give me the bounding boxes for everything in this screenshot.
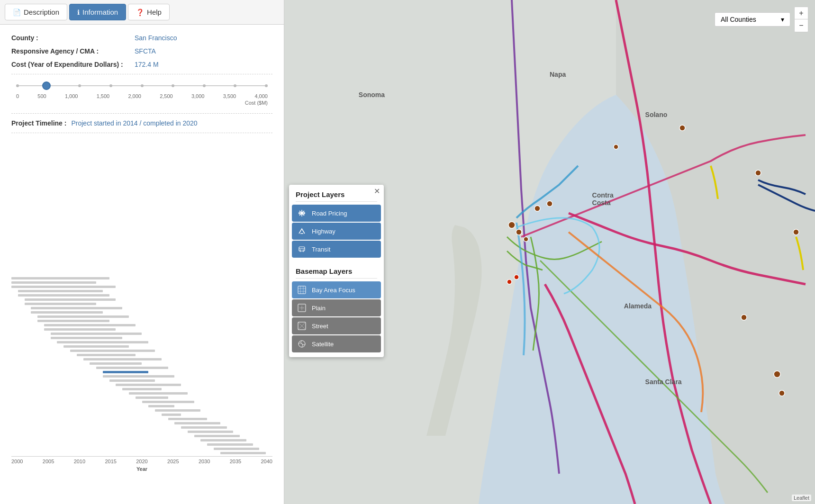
gantt-bar-row (11, 340, 272, 344)
svg-point-7 (614, 144, 618, 149)
gantt-bar-row (11, 404, 272, 408)
layer-item-road-pricing[interactable]: Road Pricing (292, 205, 381, 222)
svg-point-2 (508, 222, 515, 228)
gantt-bar-row (11, 417, 272, 421)
svg-point-4 (524, 237, 528, 242)
gantt-bar-row (11, 349, 272, 352)
svg-point-8 (679, 125, 685, 131)
street-label: Street (312, 323, 328, 330)
divider-3 (11, 133, 272, 133)
gantt-bar (136, 396, 168, 399)
gantt-bar-row (11, 323, 272, 327)
county-dropdown[interactable]: All Counties ▾ (715, 12, 790, 27)
transit-icon (297, 244, 307, 254)
map-panel: Sonoma Napa Solano Marin ContraCosta San… (284, 0, 815, 504)
gantt-bar (148, 405, 174, 407)
project-layers-divider (296, 201, 377, 202)
layer-item-satellite[interactable]: Satellite (292, 335, 381, 352)
bay-area-focus-label: Bay Area Focus (312, 287, 355, 294)
gantt-bar (129, 392, 188, 395)
timeline-label: Project Timeline : (11, 119, 66, 127)
bay-area-focus-icon (297, 285, 307, 295)
svg-point-19 (303, 250, 304, 251)
agency-row: Responsive Agency / CMA : SFCTA (11, 47, 272, 55)
gantt-bar-row (11, 276, 272, 280)
gantt-bar-row (11, 315, 272, 318)
svg-point-3 (516, 229, 522, 235)
agency-value: SFCTA (135, 47, 156, 55)
gantt-bar (103, 371, 148, 373)
gantt-bar-row (11, 306, 272, 310)
gantt-bar-row (11, 357, 272, 361)
county-label: County : (11, 34, 135, 42)
gantt-bar-row (11, 332, 272, 335)
information-icon: ℹ (77, 9, 80, 16)
gantt-bar (11, 277, 109, 279)
gantt-bar (103, 375, 175, 378)
layer-item-bay-area-focus[interactable]: Bay Area Focus (292, 281, 381, 298)
gantt-bar-row (11, 289, 272, 293)
gantt-bar (174, 422, 220, 424)
zoom-out-button[interactable]: − (795, 19, 808, 32)
svg-point-13 (779, 390, 785, 396)
gantt-bar-row (11, 280, 272, 284)
layer-item-transit[interactable]: Transit (292, 241, 381, 258)
transit-label: Transit (312, 246, 330, 253)
gantt-bar (18, 294, 109, 297)
gantt-bar-row (11, 421, 272, 425)
gantt-bar (142, 401, 194, 403)
county-row: County : San Francisco (11, 34, 272, 42)
gantt-area: 2000 2005 2010 2015 2020 2025 2030 2035 … (0, 271, 284, 504)
gantt-bar-row (11, 361, 272, 365)
satellite-icon (297, 339, 307, 349)
gantt-bar (181, 426, 226, 429)
gantt-bar (70, 350, 155, 352)
gantt-bar-row (11, 285, 272, 288)
tab-information[interactable]: ℹ Information (69, 4, 126, 20)
agency-label: Responsive Agency / CMA : (11, 47, 135, 55)
gantt-bar-row (11, 413, 272, 416)
slider-container[interactable] (16, 80, 268, 91)
gantt-bar (227, 456, 272, 457)
gantt-bar (11, 286, 116, 288)
divider-1 (11, 74, 272, 74)
slider-axis-label: Cost ($M) (11, 100, 268, 106)
gantt-bar-row (11, 344, 272, 348)
svg-point-11 (741, 315, 747, 320)
slider-track (16, 85, 268, 86)
gantt-bar-row (11, 430, 272, 433)
gantt-bar (214, 448, 259, 450)
svg-point-12 (774, 371, 780, 378)
gantt-bar-row (11, 383, 272, 387)
gantt-bar-row (11, 366, 272, 369)
zoom-in-button[interactable]: + (795, 7, 808, 19)
cost-value: 172.4 M (135, 61, 159, 68)
gantt-bar (188, 431, 233, 433)
gantt-bar (207, 443, 253, 446)
gantt-bar-row (11, 400, 272, 404)
gantt-bar-row (11, 327, 272, 331)
tab-description[interactable]: 📄 Description (5, 4, 67, 20)
gantt-bars (11, 276, 272, 456)
gantt-bar-row (11, 336, 272, 340)
slider-thumb[interactable] (42, 81, 51, 90)
timeline-value: Project started in 2014 / completed in 2… (71, 119, 197, 127)
layers-panel: ✕ Project Layers Road Pricing Highway (289, 185, 384, 357)
timeline-row: Project Timeline : Project started in 20… (11, 119, 272, 127)
gantt-bar (116, 384, 181, 386)
gantt-bar-row (11, 391, 272, 395)
layer-item-highway[interactable]: Highway (292, 223, 381, 240)
layers-panel-close-button[interactable]: ✕ (374, 188, 380, 195)
layer-item-plain[interactable]: Plain (292, 299, 381, 316)
gantt-bar-row (11, 434, 272, 438)
tab-help[interactable]: ❓ Help (128, 4, 170, 20)
gantt-bar-row (11, 455, 272, 456)
svg-point-18 (300, 250, 301, 251)
cost-slider-section: 0 500 1,000 1,500 2,000 2,500 3,000 3,50… (11, 80, 272, 106)
layer-item-street[interactable]: Street (292, 317, 381, 334)
svg-point-10 (793, 229, 799, 235)
project-layers-title: Project Layers (289, 185, 384, 201)
gantt-bar (25, 303, 97, 305)
gantt-bar (31, 307, 122, 309)
road-pricing-label: Road Pricing (312, 210, 347, 217)
